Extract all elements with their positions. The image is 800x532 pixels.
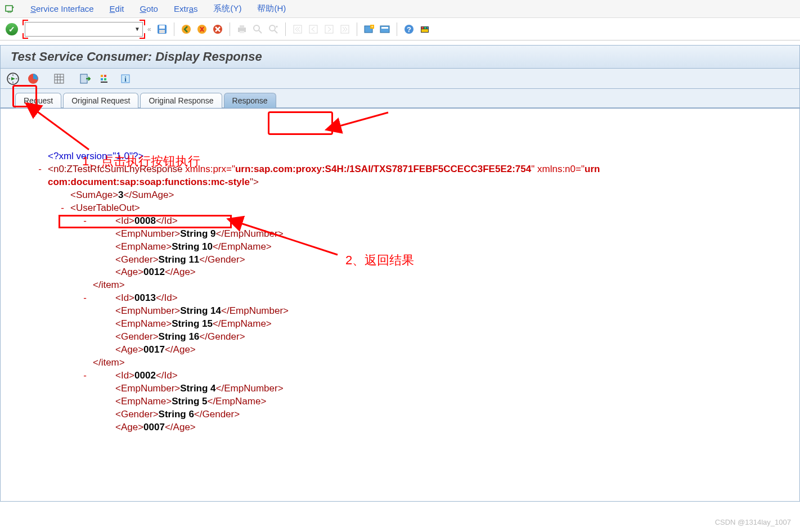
svg-rect-35: [104, 78, 106, 80]
settings-icon[interactable]: [98, 72, 112, 85]
xml-field-empnum: <EmpNumber>String 14</EmpNumber>: [37, 305, 786, 318]
highlight-execute-button: [12, 85, 37, 107]
svg-line-40: [239, 223, 338, 255]
grid-icon[interactable]: [52, 72, 66, 85]
menu-help[interactable]: 帮助(H): [257, 3, 286, 14]
print-icon: [236, 23, 248, 35]
svg-rect-3: [159, 30, 165, 33]
svg-rect-30: [55, 74, 64, 83]
collapse-toggle[interactable]: -: [58, 202, 67, 215]
svg-text:+: +: [371, 24, 374, 29]
xml-item-close: </item>: [37, 279, 786, 292]
xml-field-empname: <EmpName>String 5</EmpName>: [37, 395, 786, 408]
svg-rect-24: [421, 27, 424, 29]
back-icon[interactable]: [180, 23, 192, 35]
next-page-icon: [323, 23, 335, 35]
first-page-icon: [291, 23, 304, 35]
main-toolbar: ✓ ▼ « + ?: [0, 18, 800, 40]
find-icon: [251, 23, 264, 35]
exit-icon[interactable]: [196, 23, 208, 35]
prev-page-icon: [307, 23, 320, 35]
svg-rect-27: [421, 29, 428, 32]
xml-viewer: <?xml version="1.0"?> - <n0:ZTestRfcSumL…: [37, 150, 786, 434]
svg-text:?: ?: [407, 25, 411, 34]
xml-field-age: <Age>0017</Age>: [37, 344, 786, 357]
svg-rect-19: [380, 26, 389, 33]
svg-text:i: i: [124, 75, 127, 83]
find-next-icon: [267, 23, 280, 35]
collapse-toggle[interactable]: -: [80, 369, 89, 382]
watermark: CSDN @1314lay_1007: [715, 518, 791, 526]
svg-rect-25: [424, 27, 426, 29]
collapse-toggle[interactable]: -: [80, 292, 89, 305]
pie-icon[interactable]: [26, 72, 40, 85]
dropdown-icon[interactable]: ▼: [134, 26, 140, 32]
xml-field-gender: <Gender>String 16</Gender>: [37, 331, 786, 344]
svg-point-4: [182, 25, 191, 34]
command-field[interactable]: ▼: [25, 22, 143, 37]
tab-original-response[interactable]: Original Response: [140, 93, 222, 108]
svg-line-38: [35, 110, 89, 150]
new-session-icon[interactable]: +: [363, 23, 375, 35]
svg-point-10: [254, 25, 259, 31]
highlight-response-tab: [268, 111, 333, 135]
svg-rect-9: [240, 31, 244, 33]
page-title-bar: Test Service Consumer: Display Response: [0, 45, 800, 69]
xml-field-gender: <Gender>String 6</Gender>: [37, 408, 786, 421]
svg-rect-13: [309, 25, 317, 33]
ok-icon[interactable]: ✓: [6, 23, 18, 35]
layout-icon[interactable]: [419, 23, 431, 35]
menu-goto[interactable]: Goto: [140, 4, 158, 13]
arrow-to-execute: [27, 105, 95, 155]
shortcut-icon[interactable]: [379, 23, 391, 35]
info-icon[interactable]: i: [119, 72, 132, 85]
help-icon[interactable]: ?: [403, 23, 415, 35]
svg-rect-14: [325, 25, 333, 33]
cancel-icon[interactable]: [212, 23, 224, 35]
menu-edit[interactable]: Edit: [110, 4, 124, 13]
svg-rect-20: [381, 27, 388, 29]
svg-rect-0: [6, 6, 12, 11]
menu-system-icon[interactable]: [5, 4, 15, 14]
annotation-step1: 1、点击执行按钮执行: [82, 153, 200, 170]
highlight-sumage: [59, 215, 232, 228]
xml-field-empname: <EmpName>String 15</EmpName>: [37, 318, 786, 331]
page-title: Test Service Consumer: Display Response: [11, 49, 262, 64]
xml-field-empnum: <EmpNumber>String 4</EmpNumber>: [37, 382, 786, 395]
svg-rect-34: [101, 78, 103, 80]
xml-field-age: <Age>0007</Age>: [37, 421, 786, 434]
svg-line-39: [338, 112, 388, 127]
xml-usertable-open: - <UserTableOut>: [37, 202, 786, 215]
xml-sumage: <SumAge>3</SumAge>: [37, 189, 786, 202]
menu-bar: Service Interface Edit Goto Extras 系统(Y)…: [0, 0, 800, 18]
svg-rect-32: [101, 75, 103, 77]
collapse-toggle[interactable]: -: [35, 163, 44, 176]
xml-root-open-cont: com:document:sap:soap:functions:mc-style…: [37, 176, 786, 189]
menu-system[interactable]: 系统(Y): [213, 3, 241, 14]
svg-rect-26: [427, 27, 428, 29]
xml-item-close: </item>: [37, 357, 786, 369]
xml-field-id: <Id>0002</Id>: [37, 369, 786, 382]
execute-icon[interactable]: [6, 72, 20, 85]
xml-field-empnum: <EmpNumber>String 9</EmpNumber>: [37, 228, 786, 241]
tab-response[interactable]: Response: [224, 93, 276, 108]
menu-service-interface[interactable]: Service Interface: [30, 4, 94, 13]
sub-toolbar: i: [0, 69, 800, 89]
svg-rect-8: [240, 25, 244, 28]
xml-field-id: <Id>0013</Id>: [37, 292, 786, 305]
export-icon[interactable]: [78, 72, 92, 85]
svg-rect-2: [159, 25, 165, 29]
arrow-to-sumage: [231, 218, 343, 263]
annotation-step2: 2、返回结果: [345, 252, 414, 269]
menu-extras[interactable]: Extras: [174, 4, 198, 13]
arrow-to-response-tab: [332, 110, 394, 132]
svg-point-11: [269, 25, 275, 31]
save-icon[interactable]: [156, 23, 168, 35]
chevron-left-icon[interactable]: «: [147, 25, 151, 33]
svg-rect-33: [104, 75, 106, 77]
tab-strip: Request Original Request Original Respon…: [0, 89, 800, 108]
last-page-icon: [339, 23, 351, 35]
